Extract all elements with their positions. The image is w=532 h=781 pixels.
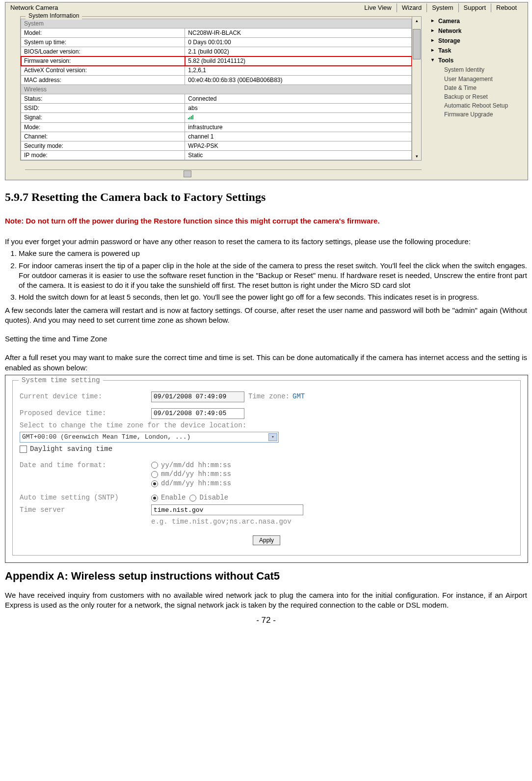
current-time-field <box>151 391 244 402</box>
sidebar-item-network[interactable]: Network <box>431 26 525 36</box>
chevron-down-icon: ▾ <box>268 433 277 441</box>
sidebar-sub-date-time[interactable]: Date & Time <box>431 84 525 92</box>
appendix-body: We have received inquiry from customers … <box>5 590 527 611</box>
proposed-time-label: Proposed device time: <box>20 409 147 418</box>
format-radio-3[interactable]: dd/mm/yy hh:mm:ss <box>151 479 231 488</box>
sntp-disable-radio[interactable]: Disable <box>189 493 228 502</box>
nav-support[interactable]: Support <box>459 3 492 12</box>
dst-checkbox[interactable]: Daylight saving time <box>20 445 513 454</box>
time-server-label: Time server <box>20 505 147 515</box>
sidebar-item-camera[interactable]: Camera <box>431 16 525 26</box>
step-2: For indoor cameras insert the tip of a p… <box>19 261 527 291</box>
after-reset-text: A few seconds later the camera will rest… <box>5 306 527 326</box>
panel-legend: System Information <box>26 12 82 20</box>
sidebar-sub-system-identity[interactable]: System Identity <box>431 65 525 74</box>
steps-list: Make sure the camera is powered up For i… <box>5 249 527 302</box>
appendix-heading: Appendix A: Wireless setup instructions … <box>5 569 527 584</box>
heading-597: 5.9.7 Resetting the Camera back to Facto… <box>5 189 527 205</box>
window-title: Network Camera <box>10 3 58 12</box>
select-tz-label: Select to change the time zone for the d… <box>20 421 513 430</box>
sidebar-item-tools[interactable]: Tools <box>431 56 525 65</box>
vertical-scrollbar[interactable]: ▴ ▾ <box>412 17 421 161</box>
sidebar-sub-auto-reboot[interactable]: Automatic Reboot Setup <box>431 101 525 110</box>
sidebar-sub-user-mgmt[interactable]: User Management <box>431 75 525 84</box>
nav-reboot[interactable]: Reboot <box>491 3 522 12</box>
sntp-enable-radio[interactable]: Enable <box>151 493 186 502</box>
time-server-example: e.g. time.nist.gov;ns.arc.nasa.gov <box>151 517 292 527</box>
time-server-field[interactable] <box>151 504 303 515</box>
date-format-label: Date and time format: <box>20 461 147 470</box>
checkbox-icon <box>20 446 27 453</box>
horizontal-scrollbar[interactable] <box>25 169 422 178</box>
nav-wizard[interactable]: Wizard <box>397 3 427 12</box>
apply-button[interactable]: Apply <box>253 535 280 545</box>
nav-system[interactable]: System <box>427 3 458 12</box>
sntp-label: Auto time setting (SNTP) <box>20 493 147 502</box>
system-header: System <box>21 19 412 28</box>
warning-note: Note: Do not turn off the power during t… <box>5 216 527 226</box>
tz-heading: Setting the time and Time Zone <box>5 334 527 344</box>
sidebar-item-task[interactable]: Task <box>431 46 525 56</box>
time-legend: System time setting <box>19 376 103 385</box>
time-setting-screenshot: System time setting Current device time:… <box>5 375 528 563</box>
system-info-table: System Model:NC208W-IR-BLACK System up t… <box>21 19 412 161</box>
step-1: Make sure the camera is powered up <box>19 249 527 258</box>
format-radio-1[interactable]: yy/mm/dd hh:mm:ss <box>151 461 231 470</box>
proposed-time-field[interactable] <box>151 408 244 419</box>
firmware-label: Firmware version: <box>21 56 185 66</box>
wireless-header: Wireless <box>21 84 412 94</box>
top-nav: Live View Wizard System Support Reboot <box>359 3 522 12</box>
tz-body: After a full reset you may want to make … <box>5 353 527 373</box>
nav-live-view[interactable]: Live View <box>359 3 397 12</box>
intro-text: If you ever forget your admin password o… <box>5 237 527 247</box>
sidebar-sub-backup-reset[interactable]: Backup or Reset <box>431 92 525 101</box>
page-number: - 72 - <box>5 615 527 626</box>
signal-icon <box>188 114 193 119</box>
system-info-screenshot: Network Camera Live View Wizard System S… <box>5 2 528 180</box>
sidebar-sub-firmware[interactable]: Firmware Upgrade <box>431 110 525 119</box>
step-3: Hold the switch down for at least 5 seco… <box>19 292 527 302</box>
current-time-label: Current device time: <box>20 392 147 401</box>
format-radio-2[interactable]: mm/dd/yy hh:mm:ss <box>151 470 231 479</box>
sidebar-item-storage[interactable]: Storage <box>431 36 525 46</box>
timezone-link[interactable]: GMT <box>293 392 305 400</box>
timezone-select[interactable]: GMT+00:00 (Greenwich Mean Time, London, … <box>20 432 279 443</box>
sidebar-menu: Camera Network Storage Task Tools System… <box>426 13 528 122</box>
signal-cell <box>185 113 412 122</box>
firmware-value: 5.82 (build 20141112) <box>185 56 412 66</box>
